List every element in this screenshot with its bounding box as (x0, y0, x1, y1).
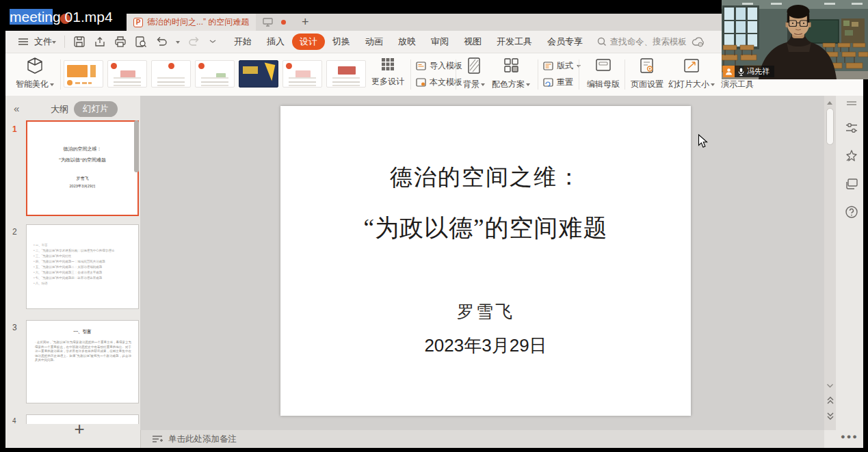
hamburger-menu-icon[interactable] (18, 38, 29, 46)
collapse-toolbar-icon[interactable] (209, 38, 217, 45)
tab-design[interactable]: 设计 (292, 34, 325, 50)
edit-master-icon (583, 57, 623, 77)
more-options-icon[interactable]: ●●● (841, 432, 858, 440)
add-notes-icon (152, 435, 163, 443)
participant-icon (723, 66, 735, 77)
redo-icon[interactable] (188, 36, 200, 47)
video-filename-selected: meetin (10, 9, 53, 25)
notes-bar[interactable]: 单击此处添加备注 (140, 430, 824, 448)
help-icon[interactable] (845, 205, 858, 219)
layout-icon (543, 62, 553, 70)
add-slide-button[interactable]: + (66, 418, 93, 440)
tab-slides[interactable]: 幻灯片 (74, 101, 118, 117)
tab-membership[interactable]: 会员专享 (540, 34, 590, 50)
page-setup-icon (628, 57, 666, 77)
tab-insert[interactable]: 插入 (259, 34, 292, 50)
tab-view[interactable]: 视图 (456, 34, 489, 50)
tab-home[interactable]: 开始 (226, 34, 259, 50)
mouse-cursor (698, 134, 708, 148)
scroll-down-icon[interactable] (826, 383, 834, 389)
design-template-thumbnail[interactable] (64, 60, 103, 88)
participant-nametag: 冯先祥 (723, 66, 774, 77)
document-tab-title: 德治的时间之...” 的空间难题 (147, 16, 249, 28)
design-template-thumbnail[interactable] (195, 60, 235, 88)
smart-beautify-button[interactable]: 智能美化 (12, 57, 57, 90)
slide-size-icon (666, 57, 717, 77)
chevron-down-icon (50, 83, 54, 88)
color-scheme-button[interactable]: 配色方案 (488, 57, 534, 90)
slide-size-button[interactable]: 幻灯片大小 (666, 57, 717, 90)
import-template-icon (416, 62, 426, 70)
background-button[interactable]: 背景 (459, 57, 489, 90)
search-icon (597, 37, 607, 46)
slide-date: 2023年3月29日 (280, 334, 691, 358)
next-slide-icon[interactable] (826, 412, 834, 421)
file-menu[interactable]: 文件 (34, 36, 52, 48)
video-filename: meeting 01.mp4 (10, 9, 113, 25)
print-icon[interactable] (114, 36, 127, 48)
design-template-thumbnail[interactable] (282, 60, 322, 88)
design-template-thumbnail[interactable] (326, 60, 366, 88)
tab-review[interactable]: 审阅 (423, 34, 456, 50)
thumb-section-title: 一、引言 (27, 329, 138, 335)
undo-icon[interactable] (155, 36, 168, 47)
unsaved-indicator-dot (281, 20, 286, 25)
duplicate-slide-icon[interactable] (845, 178, 858, 190)
slide-canvas[interactable]: 德治的空间之维： “为政以德”的空间难题 罗雪飞 2023年3月29日 (280, 106, 691, 416)
text-template-label: 本文模板 (430, 77, 462, 88)
object-properties-icon[interactable] (845, 122, 858, 134)
notes-placeholder: 单击此处添加备注 (168, 434, 237, 445)
slide-thumbnail-1[interactable]: 德治的空间之维： “为政以德”的空间难题 罗雪飞 2023年3月29日 (26, 120, 139, 216)
print-preview-icon[interactable] (135, 36, 147, 48)
editing-canvas[interactable]: 德治的空间之维： “为政以德”的空间难题 罗雪飞 2023年3月29日 (140, 96, 824, 430)
new-tab-button[interactable]: + (297, 15, 313, 29)
export-icon[interactable] (94, 36, 106, 48)
tab-outline[interactable]: 大纲 (51, 103, 68, 116)
tab-transition[interactable]: 切换 (325, 34, 358, 50)
cloud-sync-icon[interactable] (691, 36, 706, 47)
edit-master-button[interactable]: 编辑母版 (583, 57, 623, 90)
tab-animation[interactable]: 动画 (358, 34, 391, 50)
scroll-up-icon[interactable] (827, 98, 832, 105)
document-tab[interactable]: P 德治的时间之...” 的空间难题 (127, 14, 256, 31)
thumb-bullet: 三、“为政以德”的空间特性 (34, 254, 133, 259)
chevron-down-icon (481, 83, 485, 88)
letterbox-bottom (0, 448, 868, 452)
more-designs-label: 更多设计 (371, 76, 404, 88)
video-filename-rest: g 01.mp4 (53, 9, 113, 25)
thumb-author: 罗雪飞 (27, 176, 137, 182)
search-placeholder: 查找命令、搜索模板 (610, 36, 687, 48)
scrollbar-thumb[interactable] (826, 108, 834, 145)
save-icon[interactable] (73, 36, 86, 48)
design-template-thumbnail[interactable] (107, 60, 147, 88)
undo-dropdown-icon[interactable] (176, 41, 180, 46)
design-template-thumbnail[interactable] (239, 60, 278, 88)
video-frame: P 德治的时间之...” 的空间难题 + meeting 01.mp4 文件 (0, 0, 868, 452)
layout-button[interactable]: 版式 (543, 60, 581, 72)
slide-thumbnail-2[interactable]: 一、引言 二、“为政以德”的学术谱系结构：以德理为中心的儒学理论 三、“为政以德… (26, 224, 139, 309)
more-designs-button[interactable]: 更多设计 (369, 57, 407, 88)
design-template-thumbnail[interactable] (151, 60, 191, 88)
webcam-overlay: 冯先祥 (722, 0, 868, 79)
panel-drag-handle-icon[interactable] (845, 100, 858, 107)
slide-author: 罗雪飞 (280, 300, 691, 323)
slide-thumbnail-3[interactable]: 一、引言 众所周知，“为政以德”作为儒家政治思想的一个重要主张，是儒家之为儒家的… (26, 320, 139, 403)
tab-developer[interactable]: 开发工具 (489, 34, 540, 50)
thumb-date: 2023年3月29日 (27, 184, 137, 189)
smart-beautify-label: 智能美化 (16, 79, 49, 90)
smart-effects-icon[interactable] (845, 149, 858, 163)
smart-beautify-cube-icon (12, 57, 57, 77)
design-template-strip (64, 60, 366, 88)
present-mode-icon[interactable] (263, 18, 273, 27)
grid-icon (369, 57, 407, 74)
panel-scrollbar-thumb[interactable] (134, 120, 139, 172)
tab-slideshow[interactable]: 放映 (391, 34, 423, 50)
page-setup-button[interactable]: 页面设置 (628, 57, 666, 90)
vertical-scrollbar[interactable] (824, 96, 836, 430)
previous-slide-icon[interactable] (826, 396, 834, 405)
collapse-panel-button[interactable]: « (14, 103, 19, 114)
slide-title-line1: 德治的空间之维： (280, 162, 691, 193)
command-search-field[interactable]: 查找命令、搜索模板 (597, 36, 687, 48)
reset-button[interactable]: 重置 (543, 77, 581, 88)
chevron-down-icon[interactable] (52, 41, 56, 46)
